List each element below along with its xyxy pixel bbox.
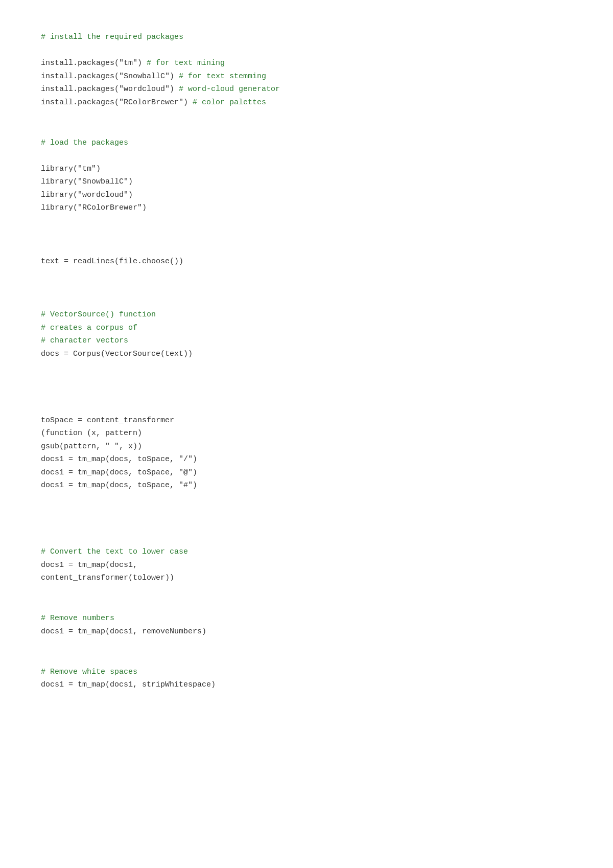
install-tm-code: install.packages("tm")	[41, 59, 147, 67]
install-snowball-code: install.packages("SnowballC")	[41, 72, 179, 81]
install-section: # install the required packages install.…	[41, 31, 572, 109]
tospace-line2: (function (x, pattern)	[41, 427, 572, 440]
readlines-line: text = readLines(file.choose())	[41, 255, 572, 268]
load-comment-line: # load the packages	[41, 136, 572, 150]
corpus-line: docs = Corpus(VectorSource(text))	[41, 348, 572, 361]
tolower-section: # Convert the text to lower case docs1 =…	[41, 545, 572, 585]
library-tm-line: library("tm")	[41, 163, 572, 176]
install-rcolorbrewer-code: install.packages("RColorBrewer")	[41, 98, 193, 107]
remove-numbers-comment-line: # Remove numbers	[41, 612, 572, 625]
tospace-line3: gsub(pattern, " ", x))	[41, 440, 572, 453]
docs1-at-line: docs1 = tm_map(docs, toSpace, "@")	[41, 466, 572, 479]
install-wordcloud-line: install.packages("wordcloud") # word-clo…	[41, 83, 572, 96]
docs1-hash-line: docs1 = tm_map(docs, toSpace, "#")	[41, 479, 572, 492]
install-comment-line: # install the required packages	[41, 31, 572, 44]
library-rcolorbrewer-line: library("RColorBrewer")	[41, 201, 572, 215]
install-wordcloud-comment: # word-cloud generator	[179, 85, 280, 94]
install-wordcloud-code: install.packages("wordcloud")	[41, 85, 179, 94]
install-rcolorbrewer-comment: # color palettes	[193, 98, 266, 107]
remove-whitespace-code-line: docs1 = tm_map(docs1, stripWhitespace)	[41, 678, 572, 692]
code-editor: # install the required packages install.…	[41, 31, 572, 692]
docs1-slash-line: docs1 = tm_map(docs, toSpace, "/")	[41, 453, 572, 466]
tolower-line1: docs1 = tm_map(docs1,	[41, 559, 572, 572]
readlines-section: text = readLines(file.choose())	[41, 255, 572, 268]
vectorsource-comment2-line: # creates a corpus of	[41, 322, 572, 335]
remove-numbers-code-line: docs1 = tm_map(docs1, removeNumbers)	[41, 625, 572, 638]
tolower-line2: content_transformer(tolower))	[41, 572, 572, 585]
remove-numbers-section: # Remove numbers docs1 = tm_map(docs1, r…	[41, 612, 572, 638]
library-snowball-line: library("SnowballC")	[41, 175, 572, 189]
install-tm-comment: # for text mining	[147, 59, 225, 67]
install-tm-line: install.packages("tm") # for text mining	[41, 57, 572, 70]
vectorsource-comment1-line: # VectorSource() function	[41, 308, 572, 322]
convert-comment-line: # Convert the text to lower case	[41, 545, 572, 559]
remove-whitespace-section: # Remove white spaces docs1 = tm_map(doc…	[41, 666, 572, 692]
install-rcolorbrewer-line: install.packages("RColorBrewer") # color…	[41, 96, 572, 109]
tospace-section: toSpace = content_transformer (function …	[41, 414, 572, 492]
install-snowball-line: install.packages("SnowballC") # for text…	[41, 70, 572, 83]
install-snowball-comment: # for text stemming	[179, 72, 266, 81]
library-wordcloud-line: library("wordcloud")	[41, 189, 572, 202]
remove-whitespace-comment-line: # Remove white spaces	[41, 666, 572, 679]
vectorsource-comment3-line: # character vectors	[41, 334, 572, 348]
load-section: # load the packages library("tm") librar…	[41, 136, 572, 215]
tospace-line1: toSpace = content_transformer	[41, 414, 572, 427]
vectorsource-section: # VectorSource() function # creates a co…	[41, 308, 572, 360]
